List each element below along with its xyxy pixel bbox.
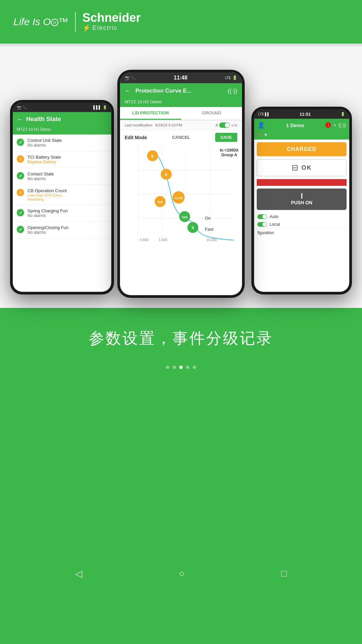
warn-icon-tci: !	[17, 155, 24, 163]
dot-5[interactable]	[193, 366, 196, 369]
dot-3-active[interactable]	[179, 366, 183, 369]
check-icon-control: ✓	[17, 139, 24, 146]
phones-area: 📷 📞 ▌▌▌ 🔋 ← Health State MTZ2 10 H1 Demo…	[0, 46, 362, 308]
toggle-thumb	[225, 123, 230, 127]
phone-right-screen: LTE ▌▌ 11:51 🔋 👤 1 Demo 1 4 ((·)) 🪑 ✈	[254, 109, 349, 292]
auto-toggle[interactable]	[257, 214, 267, 219]
schneider-name: Schneider	[82, 12, 141, 24]
svg-text:Fast: Fast	[205, 227, 214, 232]
phone-right: LTE ▌▌ 11:51 🔋 👤 1 Demo 1 4 ((·)) 🪑 ✈	[251, 107, 352, 294]
center-time: 11:48	[174, 75, 187, 81]
ok-label: OK	[302, 164, 312, 171]
bluetooth-small: ✈	[264, 132, 268, 138]
spring-charging-status: No alarms	[27, 213, 107, 218]
signal-icon-r: LTE ▌▌	[258, 112, 270, 116]
ok-panel: ⊟ OK	[257, 159, 347, 176]
check-icon-contact: ✓	[17, 172, 24, 179]
warn-icon-cb: !	[17, 189, 24, 196]
header-separator	[0, 44, 362, 46]
breaker-icon: ⊟	[292, 163, 298, 172]
tab-ground[interactable]: GROUND	[181, 107, 242, 120]
svg-text:Ir: Ir	[151, 154, 154, 159]
dot-2[interactable]	[173, 366, 176, 369]
tci-battery-label: TCI Battery State	[27, 155, 107, 160]
svg-text:tsd: tsd	[182, 215, 188, 219]
battery-icon-r: 🔋	[341, 112, 345, 116]
right-time: 11:51	[300, 112, 311, 117]
chair-icon: 🪑	[257, 133, 262, 137]
phone-left-screen: 📷 📞 ▌▌▌ 🔋 ← Health State MTZ2 10 H1 Demo…	[13, 103, 111, 292]
health-item-cb: ! CB Operation Count Less than 20% Circu…	[13, 185, 111, 205]
push-on-line	[301, 193, 302, 199]
right-status-bar: LTE ▌▌ 11:51 🔋	[254, 109, 349, 119]
bluetooth-icon: ((·))	[228, 88, 237, 95]
edit-mode-label: Edit Mode	[125, 135, 147, 140]
push-on-label: PUSH ON	[261, 200, 342, 205]
battery-icon: 🔋	[103, 105, 107, 110]
battery-icon-c: 🔋	[232, 75, 237, 80]
chart-svg: Ir tr Isd I²t Off tsd li	[133, 146, 239, 242]
notification-badge-1: 1	[325, 122, 331, 128]
edit-bar: Edit Mode CANCEL SAVE	[120, 130, 242, 145]
charged-button[interactable]: CHARGED	[257, 142, 347, 156]
phone-center: 📷 📞 11:48 LTE 🔋 ← Protection Curve E... …	[117, 70, 245, 298]
right-header: 👤 1 Demo 1 4 ((·))	[254, 119, 349, 131]
dot-1[interactable]	[166, 366, 169, 369]
back-arrow-left[interactable]: ←	[17, 115, 23, 123]
tab-lsi-protection[interactable]: LSI PROTECTION	[120, 107, 181, 120]
toggle-row[interactable]: A x In	[216, 122, 237, 128]
local-toggle-row: Local	[254, 220, 349, 228]
health-item-tci: ! TCI Battery State Replace Battery	[13, 151, 111, 168]
control-unit-label: Control Unit State	[27, 138, 107, 143]
schneider-electric: ⚡ Electric	[82, 24, 118, 32]
prot-header: ← Protection Curve E... ((·))	[120, 83, 242, 99]
system-back-button[interactable]: ◁	[75, 568, 82, 579]
system-home-button[interactable]: ○	[179, 568, 185, 579]
prot-title: Protection Curve E...	[135, 88, 224, 94]
health-item-spring: ✓ Spring Charging Fun No alarms	[13, 205, 111, 222]
dot-4[interactable]	[186, 366, 189, 369]
left-status-bar: 📷 📞 ▌▌▌ 🔋	[13, 103, 111, 112]
chinese-caption: 参数设置，事件分级记录	[89, 328, 273, 349]
right-demo-icons: 🪑 ✈	[254, 131, 349, 140]
health-state-title: Health State	[26, 116, 61, 123]
red-strip	[257, 179, 347, 186]
local-toggle[interactable]	[257, 222, 267, 227]
toggle-switch[interactable]	[219, 122, 230, 128]
phone-center-screen: 📷 📞 11:48 LTE 🔋 ← Protection Curve E... …	[120, 72, 242, 295]
push-on-button[interactable]: PUSH ON	[257, 189, 347, 210]
health-item-control: ✓ Control Unit State No alarms	[13, 135, 111, 151]
svg-text:15.000: 15.000	[206, 238, 217, 242]
check-icon-spring: ✓	[17, 209, 24, 216]
cancel-button[interactable]: CANCEL	[172, 135, 190, 140]
contact-state-status: No alarms	[27, 176, 107, 181]
phone-icon-c: 📞	[131, 75, 136, 80]
green-bottom-area: 参数设置，事件分级记录	[0, 308, 362, 557]
wifi-icon: 📷	[17, 105, 21, 110]
contact-state-label: Contact State	[27, 171, 107, 176]
camera-icon: 📷	[125, 75, 130, 80]
notification-badge-4: 4	[332, 122, 337, 128]
spring-charging-label: Spring Charging Fun	[27, 208, 107, 213]
nav-dots	[166, 359, 196, 376]
back-arrow-center[interactable]: ←	[125, 87, 132, 95]
health-item-contact: ✓ Contact State No alarms	[13, 168, 111, 185]
right-title: 1 Demo	[286, 122, 304, 128]
system-nav-bar: ◁ ○ □	[0, 557, 362, 590]
svg-text:tr: tr	[165, 172, 168, 177]
toggle-a-label: A	[216, 123, 218, 127]
svg-text:I²t Off: I²t Off	[174, 197, 183, 200]
toggle-xin-label: x In	[231, 123, 237, 127]
opening-closing-label: Opening/Closing Fun	[27, 225, 107, 230]
person-icon: 👤	[257, 121, 265, 129]
modification-row: Last modification 9/19/16 4:10 PM A x In	[120, 120, 242, 130]
auto-toggle-row: Auto	[254, 213, 349, 220]
system-recent-button[interactable]: □	[281, 568, 287, 579]
health-subtitle: MTZ2 10 H1 Demo	[13, 126, 111, 135]
health-item-opening: ✓ Opening/Closing Fun No alarms	[13, 222, 111, 238]
control-unit-status: No alarms	[27, 143, 107, 148]
phone-left: 📷 📞 ▌▌▌ 🔋 ← Health State MTZ2 10 H1 Demo…	[10, 100, 114, 294]
save-button[interactable]: SAVE	[215, 133, 237, 142]
life-is-on-text: Life Is On™	[13, 16, 68, 28]
app-header: Life Is On™ Schneider ⚡ Electric	[0, 0, 362, 44]
